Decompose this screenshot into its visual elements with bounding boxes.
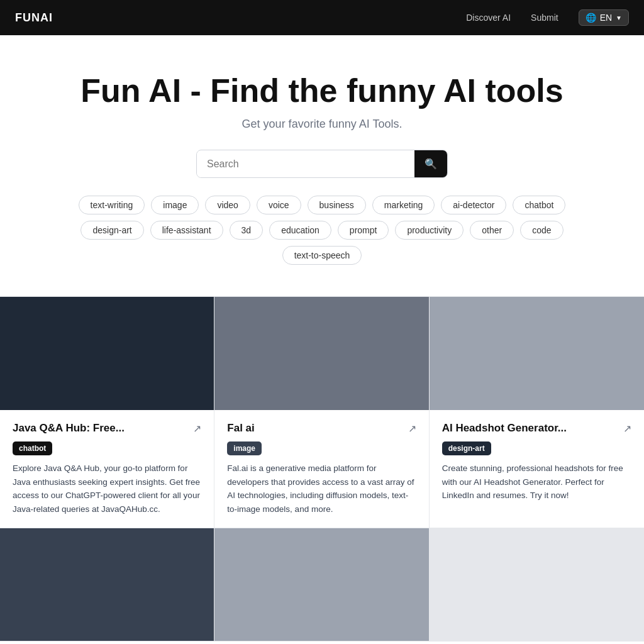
card-title-fal: Fal ai (227, 421, 254, 435)
tag-other[interactable]: other (470, 221, 514, 240)
tag-productivity[interactable]: productivity (395, 221, 464, 240)
language-selector[interactable]: 🌐 EN ▼ (579, 9, 629, 26)
card-title-headshot: AI Headshot Generator... (442, 421, 567, 435)
card-badge-headshot[interactable]: design-art (442, 441, 491, 455)
card-image-headshot (430, 297, 644, 410)
logo[interactable]: FUNAI (15, 11, 53, 25)
chevron-down-icon: ▼ (616, 14, 622, 21)
globe-icon: 🌐 (586, 13, 596, 23)
search-box: 🔍 (196, 150, 448, 178)
card-partial-2 (214, 528, 429, 641)
tag-design-art[interactable]: design-art (80, 221, 143, 240)
submit-link[interactable]: Submit (531, 13, 558, 23)
card-title-java: Java Q&A Hub: Free... (13, 421, 125, 435)
card-java-qa: Java Q&A Hub: Free... ↗ chatbot Explore … (0, 297, 214, 528)
navbar: FUNAI Discover AI Submit 🌐 EN ▼ (0, 0, 644, 35)
tag-text-writing[interactable]: text-writing (79, 196, 145, 214)
hero-subtitle: Get your favorite funny AI Tools. (13, 118, 631, 131)
tag-video[interactable]: video (205, 196, 250, 214)
card-image-java (0, 297, 214, 410)
card-title-row-fal: Fal ai ↗ (227, 421, 416, 435)
tag-education[interactable]: education (269, 221, 331, 240)
tag-prompt[interactable]: prompt (338, 221, 389, 240)
card-desc-fal: Fal.ai is a generative media platform fo… (227, 462, 416, 516)
card-fal-ai: Fal ai ↗ image Fal.ai is a generative me… (214, 297, 429, 528)
tag-image[interactable]: image (151, 196, 199, 214)
cards-grid-bottom (0, 528, 644, 641)
card-content-headshot: AI Headshot Generator... ↗ design-art Cr… (430, 410, 644, 527)
hero-section: Fun AI - Find the funny AI tools Get you… (0, 35, 644, 296)
search-input[interactable] (197, 151, 414, 177)
tag-business[interactable]: business (308, 196, 366, 214)
nav-links: Discover AI Submit 🌐 EN ▼ (466, 9, 629, 26)
card-content-java: Java Q&A Hub: Free... ↗ chatbot Explore … (0, 410, 214, 527)
tag-3d[interactable]: 3d (230, 221, 264, 240)
external-link-icon[interactable]: ↗ (193, 423, 201, 435)
card-desc-headshot: Create stunning, professional headshots … (442, 462, 631, 502)
discover-ai-link[interactable]: Discover AI (466, 13, 511, 23)
cards-grid: Java Q&A Hub: Free... ↗ chatbot Explore … (0, 296, 644, 528)
tags-container: text-writing image video voice business … (13, 196, 631, 277)
lang-label: EN (600, 13, 612, 23)
card-title-row: Java Q&A Hub: Free... ↗ (13, 421, 201, 435)
search-icon: 🔍 (425, 158, 437, 170)
tag-voice[interactable]: voice (257, 196, 301, 214)
tag-ai-detector[interactable]: ai-detector (441, 196, 506, 214)
card-image-fal (214, 297, 428, 410)
tag-chatbot[interactable]: chatbot (513, 196, 565, 214)
card-desc-java: Explore Java Q&A Hub, your go-to platfor… (13, 462, 201, 516)
tag-text-to-speech[interactable]: text-to-speech (282, 246, 362, 265)
card-partial-3 (430, 528, 644, 641)
card-badge-java[interactable]: chatbot (13, 441, 52, 455)
card-title-row-headshot: AI Headshot Generator... ↗ (442, 421, 631, 435)
search-button[interactable]: 🔍 (414, 150, 447, 177)
tag-life-assistant[interactable]: life-assistant (150, 221, 223, 240)
tag-marketing[interactable]: marketing (372, 196, 435, 214)
tag-code[interactable]: code (520, 221, 563, 240)
hero-title: Fun AI - Find the funny AI tools (13, 73, 631, 109)
external-link-icon-headshot[interactable]: ↗ (623, 423, 631, 435)
search-container: 🔍 (13, 150, 631, 178)
card-headshot: AI Headshot Generator... ↗ design-art Cr… (430, 297, 644, 528)
card-partial-1 (0, 528, 214, 641)
external-link-icon-fal[interactable]: ↗ (408, 423, 416, 435)
card-badge-fal[interactable]: image (227, 441, 262, 455)
card-content-fal: Fal ai ↗ image Fal.ai is a generative me… (214, 410, 428, 527)
